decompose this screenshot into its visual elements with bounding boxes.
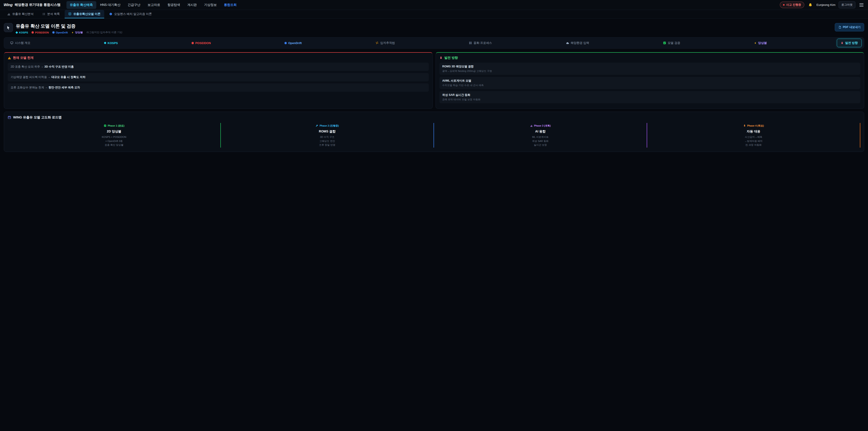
future-item-desc: 광역→상세역 Nesting 200m급 고해상도 구현 <box>442 69 858 73</box>
nav-item-aerial-search[interactable]: 항공탐색 <box>164 1 184 9</box>
pdf-export-button[interactable]: PDF 내보내기 <box>835 23 864 31</box>
tab-label: 유출유 확산분석 <box>12 12 34 16</box>
nav-item-spill-prediction[interactable]: 유출유 확산예측 <box>66 1 96 9</box>
brand-logo: Wing <box>4 3 12 7</box>
nav-item-hns-diffusion[interactable]: HNS·대기확산 <box>97 1 124 9</box>
rocket-icon <box>439 56 442 59</box>
tab-analysis-list[interactable]: 분석 목록 <box>39 10 64 18</box>
phase-badge-label: Phase 4 (목표) <box>747 124 764 127</box>
pdf-export-label: PDF 내보내기 <box>843 25 861 29</box>
future-item: AI/ML 서로게이트 모델 수치모델 학습 기반 수초 내 근사 예측 <box>439 77 861 89</box>
section-nav-item-weathering[interactable]: 풍화 프로세스 <box>465 39 496 47</box>
phase-title: ROMS 결합 <box>223 129 431 133</box>
roadmap-panel: WING 유출유 모델 고도화 로드맵 Phase 1 (완료) 2D 앙상블 … <box>4 112 864 152</box>
incident-status-label: 사고 진행중 <box>786 3 801 7</box>
phase-line: 전 과정 자동화 <box>649 143 858 147</box>
nav-item-emergency-rescue[interactable]: 긴급구난 <box>124 1 144 9</box>
kosps-badge: KOSPS <box>16 31 28 34</box>
bar-chart-icon <box>7 12 10 16</box>
phase-line: 사고감지→예측 <box>649 135 858 139</box>
poseidon-label: POSEIDON <box>35 31 49 34</box>
section-nav-label: 해양환경 입력 <box>571 41 589 45</box>
incident-status-badge[interactable]: 사고 진행중 <box>780 2 804 8</box>
phase-line: 3D 수직 구조 <box>223 135 431 139</box>
phase-1-badge: Phase 1 (완료) <box>104 124 125 127</box>
section-nav-item-kosps[interactable]: KOSPS <box>100 39 122 47</box>
weathering-icon <box>469 41 472 44</box>
list-icon <box>42 12 45 16</box>
main-nav: 유출유 확산예측 HNS·대기확산 긴급구난 보고자료 항공탐색 게시판 기상정… <box>66 1 240 9</box>
nav-item-weather-info[interactable]: 기상정보 <box>201 1 220 9</box>
future-item: ROMS 3D 해양모델 결합 광역→상세역 Nesting 200m급 고해상… <box>439 63 861 75</box>
opendrift-dot-icon <box>53 31 55 33</box>
future-title: 발전 방향 <box>444 56 458 60</box>
page-title: 유출유 확산 모델 이론 및 검증 <box>16 23 832 29</box>
roadmap-phase-1: Phase 1 (완료) 2D 앙상블 KOSPS + POSEIDON + O… <box>8 123 221 148</box>
roadmap-phase-3: Phase 3 (계획) AI 융합 ML 서로게이트 위성 SAR 동화 실시… <box>434 123 647 148</box>
section-nav-item-ensemble[interactable]: 앙상블 <box>750 39 771 47</box>
limitations-title-row: 현재 모델 한계 <box>8 56 429 60</box>
tab-boom-algorithm-theory[interactable]: 오일펜스 배치 알고리즘 이론 <box>105 10 156 18</box>
check-icon <box>104 124 106 127</box>
phase-line: 표층 확산 앙상블 <box>10 143 218 147</box>
opendrift-badge: OpenDrift <box>53 31 68 34</box>
logout-button[interactable]: 로그아웃 <box>839 1 855 8</box>
ensemble-label: 앙상블 <box>75 31 83 34</box>
hamburger-icon <box>860 3 864 6</box>
future-item-desc: 관측 유막 데이터 모델 보정 자동화 <box>442 98 858 101</box>
future-item: 위성 SAR 실시간 동화 관측 유막 데이터 모델 보정 자동화 <box>439 91 861 103</box>
top-navbar: Wing 해양환경 위기대응 통합시스템 유출유 확산예측 HNS·대기확산 긴… <box>0 0 868 10</box>
tab-label: 오일펜스 배치 알고리즘 이론 <box>114 12 152 16</box>
phase-badge-label: Phase 1 (완료) <box>108 124 125 127</box>
poseidon-dot-icon <box>192 42 194 44</box>
phase-title: 2D 앙상블 <box>10 129 218 133</box>
section-nav-label: 발전 방향 <box>845 41 858 45</box>
book-icon <box>68 12 71 16</box>
menu-button[interactable] <box>859 2 864 8</box>
phase-title: AI 융합 <box>436 129 645 133</box>
tab-model-theory[interactable]: 유출유확산모델 이론 <box>65 10 104 18</box>
section-nav-item-validation[interactable]: 모델 검증 <box>659 39 684 47</box>
phase-4-badge: Phase 4 (목표) <box>743 124 764 127</box>
user-name: Eunjeong Kim <box>816 3 835 6</box>
section-nav-item-future[interactable]: 발전 방향 <box>837 39 862 47</box>
future-item-title: ROMS 3D 해양모델 결합 <box>442 65 858 68</box>
tab-spill-analysis[interactable]: 유출유 확산분석 <box>4 10 37 18</box>
brand[interactable]: Wing 해양환경 위기대응 통합시스템 <box>4 3 61 7</box>
section-nav-item-overview[interactable]: 시스템 개요 <box>6 39 34 47</box>
tab-label: 유출유확산모델 이론 <box>73 12 101 16</box>
future-item-desc: 수치모델 학습 기반 수초 내 근사 예측 <box>442 84 858 87</box>
nav-item-board[interactable]: 게시판 <box>184 1 200 9</box>
header-note: 라그랑지안 입자추적 이론 기반 <box>87 31 123 34</box>
future-item-title: AI/ML 서로게이트 모델 <box>442 79 858 83</box>
future-item-title: 위성 SAR 실시간 동화 <box>442 93 858 97</box>
opendrift-label: OpenDrift <box>56 31 68 34</box>
alert-dot-icon <box>783 4 784 6</box>
section-nav-item-ocean-input[interactable]: 해양환경 입력 <box>562 39 593 47</box>
cursor-icon <box>6 26 10 30</box>
nav-item-reports[interactable]: 보고자료 <box>144 1 164 9</box>
section-nav-item-opendrift[interactable]: OpenDrift <box>281 39 306 47</box>
phase-3-badge: Phase 3 (계획) <box>530 124 551 127</box>
section-nav-label: OpenDrift <box>288 41 302 45</box>
bell-icon <box>808 3 812 7</box>
monitor-icon <box>10 41 13 44</box>
page-header: 유출유 확산 모델 이론 및 검증 KOSPS POSEIDON OpenDri… <box>4 23 864 34</box>
roadmap-title: WING 유출유 모델 고도화 로드맵 <box>13 115 62 120</box>
section-nav: 시스템 개요 KOSPS POSEIDON OpenDrift 입자추적법 풍화… <box>4 37 864 49</box>
section-nav-label: 모델 검증 <box>668 41 680 45</box>
cloud-icon <box>566 41 569 45</box>
limitation-item: 조류 조화상수 분해능 한계 → 항만·연안 세부 예측 오차 <box>8 83 429 92</box>
section-nav-item-poseidon[interactable]: POSEIDON <box>188 39 215 47</box>
limitation-text: 2D 표층 확산 모의 위주 → <box>11 65 44 68</box>
nav-item-integrated-search[interactable]: 통합조회 <box>221 1 240 9</box>
limitation-bold: 항만·연안 세부 예측 오차 <box>49 86 80 89</box>
phase-line: 실시간 보정 <box>436 143 645 147</box>
notifications-button[interactable] <box>807 2 813 8</box>
bar-chart-icon <box>530 124 533 127</box>
ensemble-badge: 앙상블 <box>71 31 83 34</box>
phase-line: 조류 정밀 반영 <box>223 143 431 147</box>
section-nav-item-particle-tracking[interactable]: 입자추적법 <box>372 39 399 47</box>
navbar-right: 사고 진행중 Eunjeong Kim 로그아웃 <box>780 1 864 8</box>
wrench-icon <box>315 124 318 127</box>
